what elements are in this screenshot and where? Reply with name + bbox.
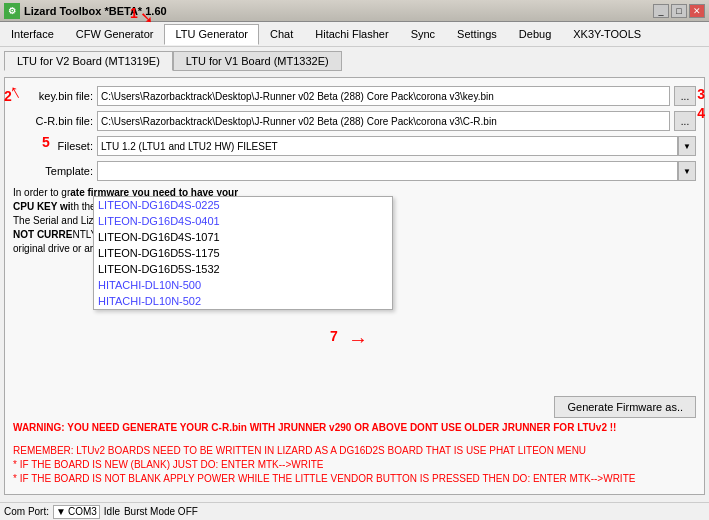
status-text: Idle — [104, 506, 120, 517]
minimize-button[interactable]: _ — [653, 4, 669, 18]
dropdown-item-0[interactable]: LITEON-DG16D4S-0225 — [94, 197, 392, 213]
tab-xk3y-tools[interactable]: XK3Y-TOOLS — [562, 24, 652, 44]
app-icon: ⚙ — [4, 3, 20, 19]
key-bin-label: key.bin file: — [13, 90, 93, 102]
burst-mode-text: Burst Mode OFF — [124, 506, 198, 517]
dropdown-item-1[interactable]: LITEON-DG16D4S-0401 — [94, 213, 392, 229]
template-dropdown-list: LITEON-DG16D4S-0225 LITEON-DG16D4S-0401 … — [93, 196, 393, 310]
warning-line3: * IF THE BOARD IS NEW (BLANK) JUST DO: E… — [13, 458, 696, 472]
key-bin-browse-button[interactable]: ... — [674, 86, 696, 106]
cr-bin-label: C-R.bin file: — [13, 115, 93, 127]
warning-line2: REMEMBER: LTUv2 BOARDS NEED TO BE WRITTE… — [13, 444, 696, 458]
sub-tabs: LTU for V2 Board (MT1319E) LTU for V1 Bo… — [4, 51, 705, 71]
tab-sync[interactable]: Sync — [400, 24, 446, 44]
dropdown-item-4[interactable]: LITEON-DG16D5S-1532 — [94, 261, 392, 277]
maximize-button[interactable]: □ — [671, 4, 687, 18]
window-controls: _ □ ✕ — [653, 4, 705, 18]
tab-interface[interactable]: Interface — [0, 24, 65, 44]
dropdown-item-2[interactable]: LITEON-DG16D4S-1071 — [94, 229, 392, 245]
sub-tab-v2-board[interactable]: LTU for V2 Board (MT1319E) — [4, 51, 173, 71]
template-row: Template: ▼ — [13, 161, 696, 181]
fileset-dropdown-arrow[interactable]: ▼ — [678, 136, 696, 156]
cr-bin-browse-button[interactable]: ... — [674, 111, 696, 131]
fileset-label: Fileset: — [13, 140, 93, 152]
key-bin-input[interactable] — [97, 86, 670, 106]
tab-cfw-generator[interactable]: CFW Generator — [65, 24, 165, 44]
dropdown-item-5[interactable]: HITACHI-DL10N-500 — [94, 277, 392, 293]
com-port-value: COM3 — [68, 506, 97, 517]
tab-hitachi-flasher[interactable]: Hitachi Flasher — [304, 24, 399, 44]
template-label: Template: — [13, 165, 93, 177]
tab-ltu-generator[interactable]: LTU Generator — [164, 24, 259, 45]
close-button[interactable]: ✕ — [689, 4, 705, 18]
dropdown-item-6[interactable]: HITACHI-DL10N-502 — [94, 293, 392, 309]
com-port-label: Com Port: — [4, 506, 49, 517]
template-dropdown-arrow[interactable]: ▼ — [678, 161, 696, 181]
tab-settings[interactable]: Settings — [446, 24, 508, 44]
cr-bin-input[interactable] — [97, 111, 670, 131]
com-port-dropdown[interactable]: ▼ COM3 — [53, 505, 100, 519]
fileset-value: LTU 1.2 (LTU1 and LTU2 HW) FILESET — [101, 141, 278, 152]
fileset-row: Fileset: LTU 1.2 (LTU1 and LTU2 HW) FILE… — [13, 136, 696, 156]
generate-firmware-button[interactable]: Generate Firmware as.. — [554, 396, 696, 418]
tab-chat[interactable]: Chat — [259, 24, 304, 44]
generate-row: Generate Firmware as.. — [13, 396, 696, 418]
dropdown-item-3[interactable]: LITEON-DG16D5S-1175 — [94, 245, 392, 261]
key-bin-row: key.bin file: ... — [13, 86, 696, 106]
content-area: LTU for V2 Board (MT1319E) LTU for V1 Bo… — [0, 47, 709, 500]
menu-bar: Interface CFW Generator LTU Generator Ch… — [0, 22, 709, 47]
warning-line4: * IF THE BOARD IS NOT BLANK APPLY POWER … — [13, 472, 696, 486]
title-bar: ⚙ Lizard Toolbox *BETA* 1.60 _ □ ✕ — [0, 0, 709, 22]
status-bar: Com Port: ▼ COM3 Idle Burst Mode OFF — [0, 502, 709, 520]
window-title: Lizard Toolbox *BETA* 1.60 — [24, 5, 167, 17]
warning-section: WARNING: YOU NEED GENERATE YOUR C-R.bin … — [13, 422, 696, 486]
cr-bin-row: C-R.bin file: ... — [13, 111, 696, 131]
sub-tab-v1-board[interactable]: LTU for V1 Board (MT1332E) — [173, 51, 342, 71]
com-port-arrow-icon: ▼ — [56, 506, 66, 517]
warning-line1: WARNING: YOU NEED GENERATE YOUR C-R.bin … — [13, 422, 696, 433]
tab-debug[interactable]: Debug — [508, 24, 562, 44]
main-panel: key.bin file: ... C-R.bin file: ... File… — [4, 77, 705, 495]
